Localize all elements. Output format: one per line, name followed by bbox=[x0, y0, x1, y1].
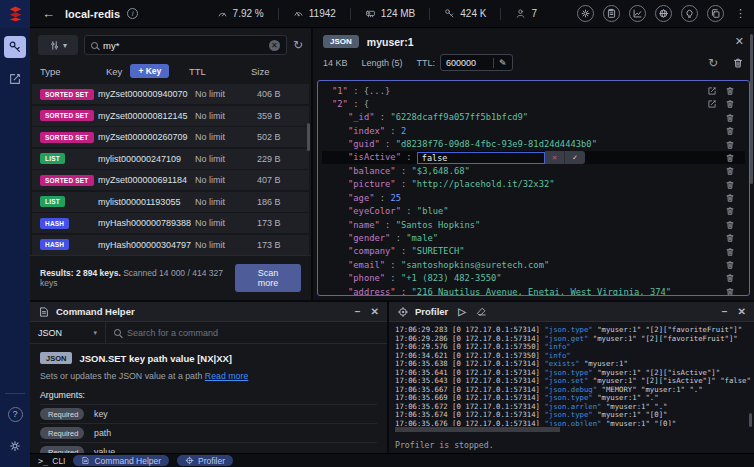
json-row[interactable]: "phone" : "+1 (823) 482-3550" bbox=[322, 271, 745, 284]
command-helper-toggle[interactable]: Command Helper bbox=[73, 455, 169, 466]
key-type-badge: LIST bbox=[40, 153, 65, 164]
delete-json-field-icon[interactable] bbox=[725, 206, 735, 217]
key-row[interactable]: HASH myHash000000789388 No limit 173 B bbox=[32, 213, 309, 233]
json-row[interactable]: "2" : { bbox=[322, 97, 745, 110]
eraser-icon[interactable] bbox=[476, 306, 487, 317]
key-row[interactable]: LIST mylist000001193055 No limit 186 B bbox=[32, 192, 309, 212]
delete-json-field-icon[interactable] bbox=[725, 246, 735, 257]
json-row[interactable]: "index" : 2 bbox=[322, 124, 745, 137]
key-row[interactable]: SORTED SET myZset000000260709 No limit 5… bbox=[32, 127, 309, 147]
json-row[interactable]: "1" : {...} bbox=[322, 84, 745, 97]
copy-icon[interactable] bbox=[707, 5, 724, 22]
sidebar-item-settings[interactable] bbox=[4, 435, 26, 457]
delete-json-field-icon[interactable] bbox=[725, 179, 735, 190]
sidebar-item-browser[interactable] bbox=[4, 36, 26, 58]
command-description: Sets or updates the JSON value at a path bbox=[40, 371, 205, 381]
key-row[interactable]: SORTED SET myZset000000940070 No limit 4… bbox=[32, 84, 309, 104]
delete-json-field-icon[interactable] bbox=[725, 112, 735, 123]
confirm-edit-icon[interactable]: ✓ bbox=[565, 151, 585, 164]
read-more-link[interactable]: Read more bbox=[205, 371, 249, 381]
cli-button[interactable]: >_ CLI bbox=[38, 456, 65, 466]
minimize-icon[interactable]: − bbox=[355, 306, 361, 317]
scrollbar-thumb[interactable] bbox=[749, 413, 752, 427]
close-icon[interactable]: ✕ bbox=[371, 306, 379, 317]
sidebar-item-help[interactable]: ? bbox=[4, 403, 26, 425]
back-arrow-icon[interactable]: ← bbox=[42, 6, 55, 21]
delete-json-field-icon[interactable] bbox=[725, 139, 735, 150]
minimize-icon[interactable]: − bbox=[722, 306, 728, 317]
key-row[interactable]: HASH myHash000000304797 No limit 173 B bbox=[32, 235, 309, 255]
kebab-menu-icon[interactable]: ⋮ bbox=[735, 7, 746, 20]
add-key-button[interactable]: + Key bbox=[130, 64, 169, 78]
pencil-icon[interactable]: ✎ bbox=[493, 58, 512, 68]
delete-json-field-icon[interactable] bbox=[725, 286, 735, 296]
json-row[interactable]: "name" : "Santos Hopkins" bbox=[322, 218, 745, 231]
delete-json-field-icon[interactable] bbox=[725, 219, 735, 230]
close-icon[interactable]: ✕ bbox=[738, 306, 746, 317]
command-group-value: JSON bbox=[38, 328, 62, 338]
delete-json-field-icon[interactable] bbox=[725, 126, 735, 137]
key-type-badge: JSON bbox=[323, 35, 359, 48]
delete-json-field-icon[interactable] bbox=[725, 152, 735, 163]
info-icon[interactable]: i bbox=[127, 8, 138, 19]
delete-json-field-icon[interactable] bbox=[725, 233, 735, 244]
cpu-value: 7.92 % bbox=[233, 8, 264, 19]
cancel-edit-icon[interactable]: ✕ bbox=[545, 151, 565, 164]
argument-requirement-badge: Required bbox=[40, 446, 84, 453]
json-row[interactable]: "balance" : "$3,648.68" bbox=[322, 164, 745, 177]
command-group-select[interactable]: JSON ▾ bbox=[30, 322, 106, 343]
edit-json-icon[interactable] bbox=[707, 99, 717, 110]
json-value-edit-input[interactable] bbox=[417, 152, 545, 164]
delete-json-field-icon[interactable] bbox=[725, 85, 735, 96]
profiler-panel: Profiler ▷ − ✕ 17:06:29.283 [0 172.17.0.… bbox=[389, 302, 754, 453]
refresh-icon[interactable]: ↻ bbox=[293, 38, 303, 52]
json-row[interactable]: "eyeColor" : "blue" bbox=[322, 205, 745, 218]
chart-icon[interactable] bbox=[629, 5, 646, 22]
json-row[interactable]: "_id" : "6228dcaff9a057ff5b1bfcd9" bbox=[322, 111, 745, 124]
delete-json-field-icon[interactable] bbox=[725, 166, 735, 177]
memory-value: 124 MB bbox=[381, 8, 415, 19]
json-row[interactable]: "picture" : "http://placehold.it/32x32" bbox=[322, 178, 745, 191]
key-row[interactable]: SORTED SET myZset000000691184 No limit 4… bbox=[32, 170, 309, 190]
close-icon[interactable]: ✕ bbox=[735, 35, 744, 48]
gear-icon[interactable] bbox=[577, 5, 594, 22]
key-icon bbox=[444, 8, 455, 19]
json-row[interactable]: "guid" : "d8238f76-09d8-4fbc-93e9-81d24d… bbox=[322, 138, 745, 151]
delete-json-field-icon[interactable] bbox=[725, 99, 735, 110]
refresh-icon[interactable]: ↻ bbox=[708, 56, 718, 70]
json-row[interactable]: "isActive" : ✕ ✓ bbox=[322, 151, 745, 164]
command-search-input[interactable]: Search for a command bbox=[106, 328, 387, 338]
delete-key-icon[interactable] bbox=[732, 57, 744, 69]
play-icon[interactable]: ▷ bbox=[458, 306, 466, 317]
edit-json-icon[interactable] bbox=[707, 85, 717, 96]
json-row[interactable]: "gender" : "male" bbox=[322, 231, 745, 244]
delete-json-field-icon[interactable] bbox=[725, 273, 735, 284]
key-search-input[interactable]: my* ✕ bbox=[84, 35, 287, 55]
json-row[interactable]: "address" : "216 Nautilus Avenue, Enetai… bbox=[322, 285, 745, 296]
json-row[interactable]: "age" : 25 bbox=[322, 191, 745, 204]
key-size: 173 B bbox=[257, 218, 301, 228]
memory-icon bbox=[365, 8, 376, 19]
clear-search-icon[interactable]: ✕ bbox=[269, 40, 280, 51]
json-key: "address" bbox=[348, 287, 396, 296]
scrollbar-thumb[interactable] bbox=[307, 123, 310, 151]
scrollbar-thumb[interactable] bbox=[750, 34, 753, 184]
ttl-input[interactable] bbox=[441, 58, 493, 68]
bottom-bar: >_ CLI Command Helper Profiler bbox=[30, 453, 754, 467]
key-row[interactable]: LIST mylist000000247109 No limit 229 B bbox=[32, 149, 309, 169]
json-row[interactable]: "company" : "SURETECH" bbox=[322, 245, 745, 258]
json-row[interactable]: "email" : "santoshopkins@suretech.com" bbox=[322, 258, 745, 271]
bulb-icon[interactable] bbox=[681, 5, 698, 22]
clipboard-icon[interactable] bbox=[603, 5, 620, 22]
delete-json-field-icon[interactable] bbox=[725, 193, 735, 204]
profiler-toggle[interactable]: Profiler bbox=[177, 455, 233, 466]
globe-icon[interactable] bbox=[655, 5, 672, 22]
scan-more-button[interactable]: Scan more bbox=[235, 264, 301, 292]
json-value: "216 Nautilus Avenue, Enetai, West Virgi… bbox=[412, 287, 672, 296]
filter-type-dropdown[interactable]: ▾ bbox=[38, 35, 78, 55]
key-type-badge: SORTED SET bbox=[40, 110, 94, 121]
delete-json-field-icon[interactable] bbox=[725, 260, 735, 271]
sidebar-item-workbench[interactable] bbox=[4, 68, 26, 90]
key-row[interactable]: SORTED SET myZset000000812145 No limit 3… bbox=[32, 106, 309, 126]
key-size: 359 B bbox=[257, 111, 301, 121]
